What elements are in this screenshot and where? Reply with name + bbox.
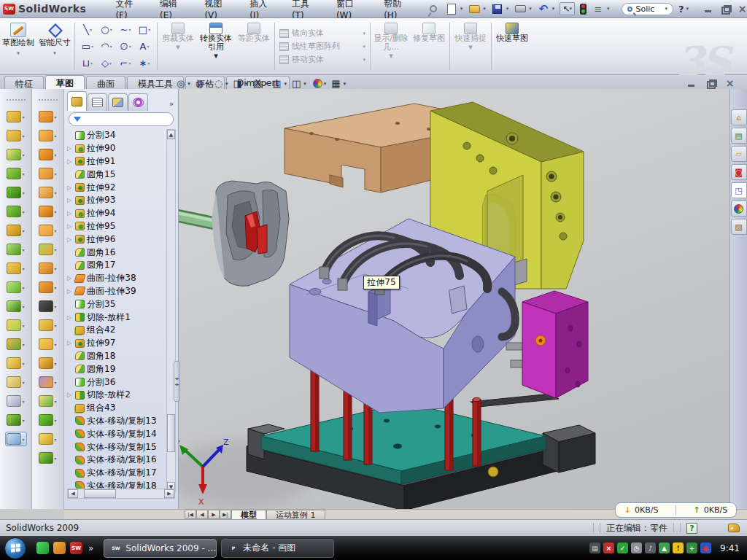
magenta-insert-block[interactable] [522,291,588,398]
help-button[interactable]: ? [678,4,684,15]
tree-item[interactable]: ▷ 圆角18 [66,350,168,363]
panel-splitter-handle[interactable]: ◂▸◂▸ [174,361,180,402]
feature-tool-button[interactable]: ▾ [5,394,27,408]
scrollbar-thumb[interactable] [167,414,175,452]
document-tab[interactable]: 模型 [231,510,266,519]
search-box[interactable]: ▾ [622,3,673,15]
tree-item[interactable]: ▷ 拉伸95 [66,220,168,233]
feature-tool-button[interactable]: ▾ [5,242,27,257]
tray-icon[interactable]: ● [700,542,711,553]
view-tool-button[interactable]: ▧ ▾ [252,78,267,89]
tree-item[interactable]: ▷ 圆角17 [66,259,168,272]
scroll-up-arrow[interactable]: ▲ [167,130,175,139]
surface-tool-button[interactable]: ▾ [37,223,59,238]
view-tool-button[interactable]: ▦ ▾ [331,78,346,89]
sketch-entity-button[interactable]: ◠▾ [97,38,116,55]
sketch-pattern-button[interactable]: 线性草图阵列 ▾ [279,41,365,52]
command-tab[interactable]: 特征 [4,76,44,89]
select-tool[interactable]: ↖▾ [560,2,575,15]
sketch-entity-button[interactable]: ⊔▾ [78,55,97,71]
tree-filter-box[interactable] [69,112,174,126]
view-tool-button[interactable]: ◎ ▾ [177,78,190,89]
surface-tool-button[interactable]: ▾ [37,432,59,446]
save-icon[interactable] [491,3,504,15]
sketch-button[interactable]: 草图绘制 ▾ [0,18,36,74]
surface-tool-button[interactable]: ▾ [37,109,59,124]
doc-close-button[interactable]: × [725,79,735,88]
sketch-entity-button[interactable]: ○▾ [97,21,116,38]
undo-icon[interactable]: ↶ [537,3,550,15]
expand-arrow-icon[interactable]: ▷ [67,288,73,295]
surface-tool-button[interactable]: ▾ [37,147,59,162]
new-document-icon[interactable] [445,3,458,15]
feature-tool-button[interactable]: ▾ [5,318,27,332]
expand-arrow-icon[interactable]: ▷ [67,197,73,203]
tree-item[interactable]: ▷ 拉伸90 [66,142,168,155]
tree-item[interactable]: ▷ 拉伸94 [66,207,168,220]
tree-item[interactable]: ▷ 分割34 [66,129,168,142]
tree-item[interactable]: ▷ 切除-放样1 [66,311,168,324]
tree-item[interactable]: ▷ 分割36 [66,376,168,389]
slide-insert-block[interactable] [212,181,289,286]
tree-item[interactable]: ▷ 切除-放样2 [66,389,168,402]
surface-tool-button[interactable]: ▾ [37,185,59,200]
task-pane-tab[interactable]: ▱ [731,146,747,162]
expand-arrow-icon[interactable]: ▷ [67,158,73,165]
tree-item[interactable]: ▷ 组合43 [66,402,168,415]
print-icon[interactable] [514,3,527,15]
task-pane-tab[interactable]: ▤ [731,128,747,144]
graphics-viewport[interactable]: Y Z X [179,89,729,509]
quick-launch-icon[interactable] [36,542,49,554]
task-pane-tab[interactable]: ⌂ [731,109,747,125]
tree-item[interactable]: ▷ 实体-移动/复制13 [66,415,168,428]
tray-icon[interactable]: + [686,542,697,553]
doc-minimize-button[interactable] [687,79,697,88]
expand-arrow-icon[interactable]: ▷ [67,275,73,281]
surface-tool-button[interactable]: ▾ [37,375,59,389]
task-pane-tab[interactable]: ◳ [731,182,747,198]
tree-item[interactable]: ▷ 拉伸91 [66,155,168,168]
feature-tool-button[interactable]: ▾ [5,147,27,162]
panel-tab[interactable] [128,93,148,111]
feature-tool-button[interactable]: ▾ [5,280,27,295]
expand-arrow-icon[interactable]: ▷ [67,184,73,191]
expand-arrow-icon[interactable]: ▷ [67,392,73,398]
command-tab[interactable]: 草图 [45,75,85,89]
surface-tool-button[interactable]: ▾ [37,204,59,219]
doc-restore-button[interactable] [706,79,716,88]
panel-overflow-button[interactable]: » [169,100,177,111]
sketch-entity-button[interactable]: ◇▾ [97,55,116,71]
tree-item[interactable]: ▷ 曲面-拉伸38 [66,272,168,285]
sketch-pattern-button[interactable]: 移动实体 ▾ [279,54,365,65]
tags-icon[interactable] [728,524,740,532]
open-document-icon[interactable] [468,3,481,15]
tab-nav-button[interactable]: ◀ [196,510,208,519]
surface-tool-button[interactable]: ▾ [37,356,59,370]
quick-snaps-button[interactable]: 快速捕捉 ▾ [452,18,489,74]
feature-tool-button[interactable]: ▾ [5,204,27,219]
scroll-right-arrow[interactable]: ▶ [164,489,174,498]
tree-item[interactable]: ▷ 曲面-拉伸39 [66,285,168,298]
tree-item[interactable]: ▷ 拉伸93 [66,194,168,207]
surface-tool-button[interactable]: ▾ [37,394,59,408]
view-tool-button[interactable]: ◌ ▾ [214,78,228,89]
quick-tips-icon[interactable]: ? [686,523,697,534]
panel-tab[interactable] [88,93,107,111]
tray-icon[interactable]: ♪ [645,542,656,553]
sketch-entity-button[interactable]: ╲▾ [78,21,97,38]
tree-item[interactable]: ▷ 实体-移动/复制14 [66,427,168,440]
tree-horizontal-scrollbar[interactable]: ◀ ▶ [67,489,175,499]
tree-item[interactable]: ▷ 圆角19 [66,362,168,376]
rebuild-icon[interactable] [580,4,587,15]
start-button[interactable] [4,537,26,559]
3d-model-canvas[interactable]: Y Z X [179,89,729,509]
task-pane-tab[interactable]: ◙ [731,164,747,180]
tray-icon[interactable]: ◷ [631,542,642,553]
minimize-button[interactable] [704,5,713,13]
tree-item[interactable]: ▷ 组合42 [66,324,168,337]
view-tool-button[interactable]: ◫ ▾ [292,78,306,89]
feature-tool-button[interactable]: ▾ [5,166,27,181]
surface-tool-button[interactable]: ▾ [37,413,59,427]
offset-entities-button[interactable]: 等距实体 [235,18,273,74]
tree-item[interactable]: ▷ 拉伸97 [66,337,168,350]
